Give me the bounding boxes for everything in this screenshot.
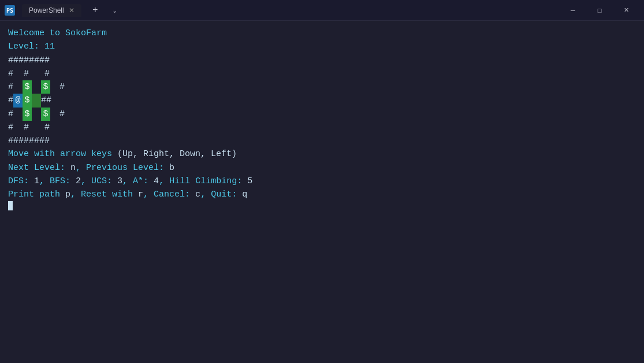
hill-label: , Hill Climbing: [159,175,247,188]
dfs-key: 1 [34,175,39,188]
box-cell-4: $ [23,108,32,121]
level-nav-line: Next Level: n, Previous Level: b [8,161,636,175]
astar-label: , A*: [122,175,154,188]
box-cell-1: $ [23,80,32,94]
next-level-label: Next Level: [8,161,70,175]
terminal-cursor [8,201,13,210]
active-tab[interactable]: PowerShell ✕ [22,4,81,17]
ucs-label: , UCS: [81,175,117,188]
titlebar: PS PowerShell ✕ + ⌄ ─ □ ✕ [0,0,644,21]
powershell-icon: PS [5,5,15,16]
move-instruction-text: Move with arrow keys [8,147,117,161]
bfs-key: 2 [76,175,81,188]
box-cell-3: $ [23,94,32,107]
quit-key: q [242,188,247,201]
move-instruction-line: Move with arrow keys (Up, Right, Down, L… [8,147,636,161]
cursor-line [8,201,636,210]
grid-row-6: ######## [8,134,636,147]
level-text: Level: 11 [8,40,55,53]
ucs-key: 3 [117,175,122,188]
empty-green-cell [32,94,41,107]
cancel-key: c [195,188,200,201]
print-label: Print path [8,188,65,201]
titlebar-tabs: PowerShell ✕ [22,4,81,17]
tab-label: PowerShell [29,6,64,14]
cancel-label: , Cancel: [143,188,195,201]
astar-key: 4 [154,175,159,188]
level-line: Level: 11 [8,40,636,53]
hill-key: 5 [247,175,252,188]
svg-text:PS: PS [6,8,13,14]
grid-row-3: #@$ ## [8,94,636,107]
player-cell: @ [13,94,23,107]
close-button[interactable]: ✕ [613,0,639,21]
next-level-key: n [70,161,76,175]
move-keys-text: (Up, Right, Down, Left) [117,147,237,161]
minimize-button[interactable]: ─ [560,0,586,21]
bfs-label: , BFS: [39,175,76,188]
box-cell-2: $ [41,80,50,94]
tab-dropdown-button[interactable]: ⌄ [109,0,121,21]
quit-label: , Quit: [200,188,242,201]
window-controls: ─ □ ✕ [560,0,639,21]
grid-row-1: # # # [8,67,636,80]
prev-level-key: b [169,161,174,175]
tab-close-icon[interactable]: ✕ [69,6,75,14]
print-reset-line: Print path p, Reset with r, Cancel: c, Q… [8,188,636,201]
welcome-line: Welcome to SokoFarm [8,27,636,40]
grid-row-5: # # # [8,121,636,134]
box-cell-5: $ [41,108,50,121]
titlebar-left: PS PowerShell ✕ + ⌄ [5,0,121,21]
new-tab-button[interactable]: + [86,0,105,21]
terminal-output: Welcome to SokoFarm Level: 11 ######## #… [0,21,644,363]
print-key: p [65,188,70,201]
reset-label: , Reset with [70,188,138,201]
algorithm-line: DFS: 1, BFS: 2, UCS: 3, A*: 4, Hill Clim… [8,175,636,188]
grid-row-4: # $ $ # [8,108,636,121]
grid-row-0: ######## [8,54,636,67]
dfs-label: DFS: [8,175,34,188]
reset-key: r [138,188,143,201]
welcome-text: Welcome to SokoFarm [8,27,107,40]
maximize-button[interactable]: □ [586,0,613,21]
grid-row-2: # $ $ # [8,80,636,94]
prev-level-label: , Previous Level: [76,161,169,175]
